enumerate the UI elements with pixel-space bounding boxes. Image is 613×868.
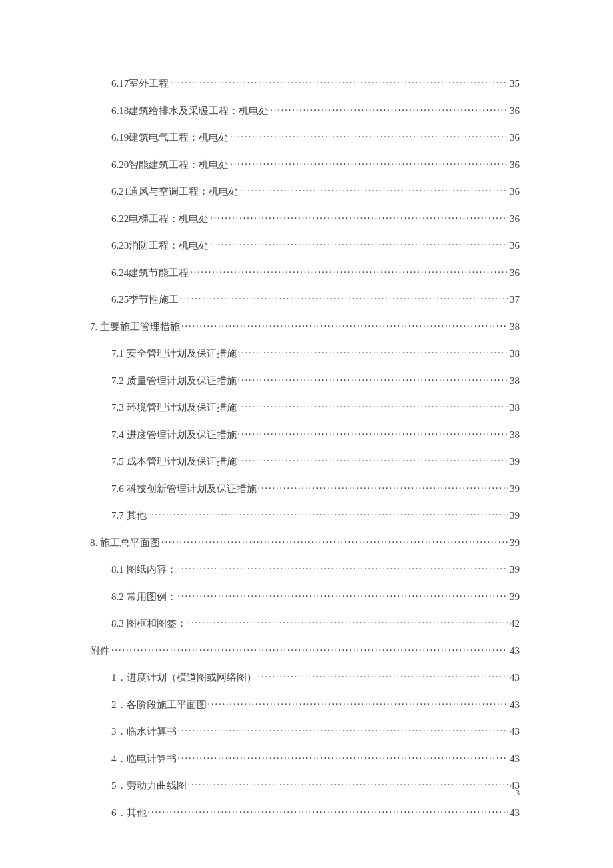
toc-entry-label: 附件 <box>90 645 110 657</box>
toc-leader-dots <box>240 185 508 195</box>
toc-leader-dots <box>148 509 509 519</box>
toc-entry[interactable]: 6.19建筑电气工程：机电处36 <box>111 131 520 144</box>
toc-entry[interactable]: 6.21通风与空调工程：机电处36 <box>111 185 520 198</box>
toc-entry-page: 36 <box>510 267 520 279</box>
toc-entry-label: 7.6 科技创新管理计划及保证措施 <box>111 483 257 495</box>
toc-entry-page: 36 <box>510 186 520 197</box>
toc-entry[interactable]: 6.18建筑给排水及采暖工程：机电处36 <box>111 104 520 117</box>
toc-leader-dots <box>170 77 508 87</box>
toc-leader-dots <box>210 212 508 222</box>
toc-leader-dots <box>210 239 508 249</box>
toc-leader-dots <box>190 266 508 276</box>
toc-entry[interactable]: 2．各阶段施工平面图43 <box>111 698 520 711</box>
toc-entry-page: 43 <box>510 807 520 819</box>
toc-entry[interactable]: 8. 施工总平面图39 <box>90 536 520 549</box>
toc-entry-label: 6.22电梯工程：机电处 <box>111 213 209 225</box>
toc-entry-page: 38 <box>510 321 520 333</box>
toc-entry-label: 4．临电计算书 <box>111 753 177 765</box>
toc-entry-label: 6.20智能建筑工程：机电处 <box>111 159 229 171</box>
toc-entry-label: 3．临水计算书 <box>111 725 177 738</box>
toc-entry[interactable]: 4．临电计算书43 <box>111 752 520 765</box>
toc-entry-page: 36 <box>510 240 520 251</box>
toc-entry[interactable]: 7.2 质量管理计划及保证措施38 <box>111 374 520 387</box>
toc-leader-dots <box>238 401 509 411</box>
toc-entry[interactable]: 7.7 其他39 <box>111 509 520 522</box>
toc-entry-label: 6.19建筑电气工程：机电处 <box>111 131 229 144</box>
toc-leader-dots <box>188 617 509 627</box>
toc-leader-dots <box>148 806 509 816</box>
toc-entry[interactable]: 6.23消防工程：机电处36 <box>111 239 520 252</box>
toc-entry-label: 6.18建筑给排水及采暖工程：机电处 <box>111 105 269 117</box>
toc-entry[interactable]: 7.4 进度管理计划及保证措施38 <box>111 428 520 441</box>
toc-list: 6.17室外工程356.18建筑给排水及采暖工程：机电处366.19建筑电气工程… <box>90 77 520 819</box>
toc-entry[interactable]: 5．劳动力曲线图43 <box>111 779 520 792</box>
toc-entry-label: 6.21通风与空调工程：机电处 <box>111 185 239 198</box>
toc-leader-dots <box>180 293 508 303</box>
toc-entry-label: 6.23消防工程：机电处 <box>111 239 209 252</box>
toc-leader-dots <box>270 104 508 114</box>
toc-entry[interactable]: 6.20智能建筑工程：机电处36 <box>111 158 520 171</box>
toc-entry-page: 36 <box>510 132 520 143</box>
toc-entry[interactable]: 7. 主要施工管理措施38 <box>90 320 520 333</box>
toc-entry-label: 8.2 常用图例： <box>111 591 177 603</box>
toc-entry-page: 36 <box>510 105 520 117</box>
toc-entry[interactable]: 7.1 安全管理计划及保证措施38 <box>111 347 520 360</box>
toc-entry-page: 39 <box>510 564 520 575</box>
toc-entry-label: 8.3 图框和图签： <box>111 617 187 630</box>
toc-leader-dots <box>230 131 508 141</box>
toc-entry-page: 43 <box>510 672 520 683</box>
toc-leader-dots <box>258 482 509 492</box>
toc-entry-page: 36 <box>510 159 520 171</box>
toc-entry-label: 6.25季节性施工 <box>111 293 179 306</box>
toc-entry-page: 43 <box>510 699 520 711</box>
toc-entry-page: 38 <box>510 348 520 359</box>
toc-leader-dots <box>178 752 509 762</box>
toc-entry-page: 38 <box>510 429 520 441</box>
toc-leader-dots <box>238 374 509 384</box>
toc-entry-label: 8.1 图纸内容： <box>111 563 177 576</box>
toc-leader-dots <box>161 536 508 546</box>
toc-entry[interactable]: 7.5 成本管理计划及保证措施39 <box>111 455 520 468</box>
toc-entry-page: 43 <box>510 645 520 657</box>
toc-entry[interactable]: 6．其他43 <box>111 806 520 819</box>
toc-leader-dots <box>188 779 509 789</box>
toc-entry-page: 38 <box>510 375 520 387</box>
toc-entry[interactable]: 7.6 科技创新管理计划及保证措施39 <box>111 482 520 495</box>
toc-entry-label: 7.4 进度管理计划及保证措施 <box>111 429 237 441</box>
toc-entry-label: 7.5 成本管理计划及保证措施 <box>111 455 237 468</box>
toc-entry-page: 35 <box>510 78 520 89</box>
toc-entry-label: 1．进度计划（横道图或网络图） <box>111 671 257 684</box>
toc-entry[interactable]: 8.2 常用图例：39 <box>111 590 520 603</box>
toc-entry[interactable]: 6.17室外工程35 <box>111 77 520 90</box>
toc-leader-dots <box>238 428 509 438</box>
toc-entry-label: 5．劳动力曲线图 <box>111 779 187 792</box>
toc-entry[interactable]: 6.22电梯工程：机电处36 <box>111 212 520 225</box>
toc-entry-page: 37 <box>510 294 520 305</box>
toc-entry[interactable]: 附件43 <box>90 644 520 657</box>
toc-entry[interactable]: 7.3 环境管理计划及保证措施38 <box>111 401 520 414</box>
toc-entry-page: 39 <box>510 510 520 521</box>
toc-entry[interactable]: 8.1 图纸内容：39 <box>111 563 520 576</box>
toc-entry-page: 43 <box>510 726 520 737</box>
toc-leader-dots <box>178 563 509 573</box>
toc-leader-dots <box>230 158 508 168</box>
toc-entry[interactable]: 1．进度计划（横道图或网络图）43 <box>111 671 520 684</box>
page-number: 3 <box>516 788 520 798</box>
toc-entry-label: 7.7 其他 <box>111 509 147 522</box>
toc-entry-page: 42 <box>510 618 520 629</box>
toc-entry-label: 6．其他 <box>111 807 147 819</box>
toc-leader-dots <box>178 725 509 735</box>
toc-leader-dots <box>111 644 508 654</box>
toc-leader-dots <box>181 320 508 330</box>
toc-entry-label: 2．各阶段施工平面图 <box>111 699 207 711</box>
toc-entry[interactable]: 8.3 图框和图签：42 <box>111 617 520 630</box>
toc-leader-dots <box>238 347 509 357</box>
toc-leader-dots <box>258 671 509 681</box>
toc-leader-dots <box>178 590 509 600</box>
toc-entry[interactable]: 6.25季节性施工37 <box>111 293 520 306</box>
toc-entry-page: 38 <box>510 402 520 413</box>
toc-entry[interactable]: 3．临水计算书43 <box>111 725 520 738</box>
toc-leader-dots <box>208 698 509 708</box>
toc-entry[interactable]: 6.24建筑节能工程36 <box>111 266 520 279</box>
toc-page: 6.17室外工程356.18建筑给排水及采暖工程：机电处366.19建筑电气工程… <box>0 0 613 868</box>
